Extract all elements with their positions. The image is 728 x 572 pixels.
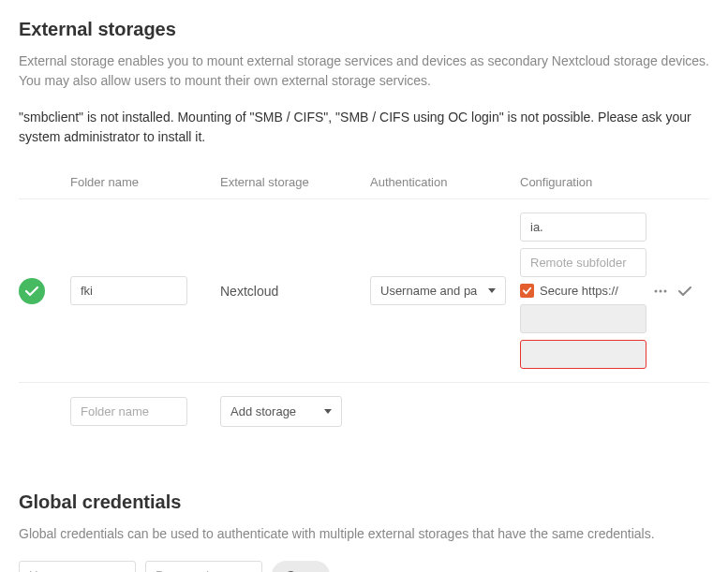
svg-point-1 (660, 289, 662, 292)
table-header: Folder name External storage Authenticat… (19, 166, 709, 199)
page-description: External storage enables you to mount ex… (19, 51, 709, 91)
storage-type-label: Nextcloud (220, 284, 278, 299)
more-icon[interactable] (653, 284, 668, 299)
svg-point-0 (655, 289, 658, 292)
config-username-input[interactable] (520, 304, 646, 333)
global-title: Global credentials (19, 491, 709, 513)
new-folder-name-input[interactable] (70, 397, 187, 426)
global-credentials-section: Global credentials Global credentials ca… (19, 491, 709, 572)
page-title: External storages (19, 19, 709, 40)
chevron-down-icon (324, 409, 332, 414)
add-storage-row: Add storage (19, 383, 709, 440)
col-auth: Authentication (370, 175, 520, 189)
auth-select-label: Username and pa (380, 284, 477, 298)
smbclient-warning: "smbclient" is not installed. Mounting o… (19, 108, 709, 147)
config-subfolder-input[interactable] (520, 248, 646, 277)
svg-point-2 (664, 289, 667, 292)
save-button[interactable]: Save (272, 561, 330, 572)
global-description: Global credentials can be used to authen… (19, 524, 709, 544)
storage-row: Nextcloud Username and pa Secure https:/… (19, 199, 709, 383)
add-storage-label: Add storage (230, 404, 296, 418)
auth-select[interactable]: Username and pa (370, 276, 506, 305)
col-config: Configuration (520, 175, 709, 189)
chevron-down-icon (488, 288, 496, 293)
col-storage: External storage (220, 175, 370, 189)
global-password-input[interactable] (145, 561, 262, 572)
status-ok-icon (19, 278, 45, 304)
global-username-input[interactable] (19, 561, 136, 572)
confirm-icon[interactable] (677, 284, 692, 299)
add-storage-select[interactable]: Add storage (220, 396, 342, 427)
col-folder: Folder name (70, 175, 220, 189)
secure-https-label: Secure https:// (540, 284, 618, 298)
config-host-input[interactable] (520, 213, 646, 242)
folder-name-input[interactable] (70, 276, 187, 305)
config-password-input[interactable] (520, 340, 646, 369)
secure-https-checkbox[interactable] (520, 284, 534, 298)
